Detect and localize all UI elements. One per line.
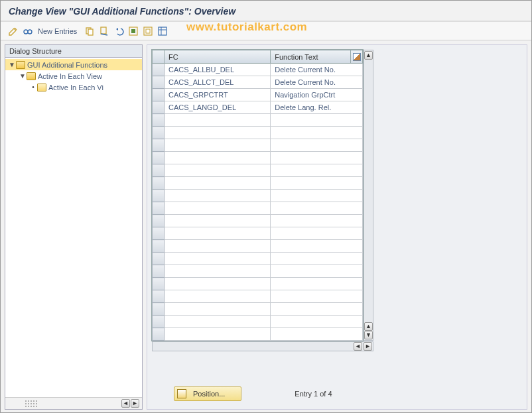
cell-ftext[interactable]: .	[271, 114, 363, 127]
cell-fc[interactable]: .	[165, 139, 271, 152]
cell-ftext[interactable]: .	[271, 127, 363, 139]
cell-ftext[interactable]: .	[271, 316, 363, 328]
tree-item[interactable]: ▼Active In Each View	[5, 70, 142, 82]
row-selector-header[interactable]	[153, 50, 165, 64]
table-row[interactable]: ..	[153, 278, 363, 290]
cell-ftext[interactable]: .	[271, 177, 363, 190]
cell-fc[interactable]: .	[165, 240, 271, 253]
table-config-icon[interactable]	[351, 50, 363, 64]
cell-fc[interactable]: .	[165, 202, 271, 215]
cell-ftext[interactable]: .	[271, 152, 363, 164]
row-selector[interactable]	[153, 164, 165, 177]
table-row[interactable]: CACS_LANGD_DELDelete Lang. Rel.	[153, 101, 363, 114]
cell-fc[interactable]: .	[165, 328, 271, 341]
table-row[interactable]: ..	[153, 139, 363, 152]
cell-fc[interactable]: .	[165, 303, 271, 316]
table-row[interactable]: ..	[153, 253, 363, 265]
tree-toggle-icon[interactable]: ▼	[19, 72, 27, 80]
copy-icon[interactable]	[84, 25, 96, 37]
cell-ftext[interactable]: .	[271, 139, 363, 152]
cell-fc[interactable]: .	[165, 227, 271, 240]
row-selector[interactable]	[153, 227, 165, 240]
cell-ftext[interactable]: .	[271, 240, 363, 253]
table-row[interactable]: ..	[153, 202, 363, 215]
select-all-icon[interactable]	[127, 25, 139, 37]
row-selector[interactable]	[153, 64, 165, 76]
row-selector[interactable]	[153, 76, 165, 89]
cell-ftext[interactable]: .	[271, 278, 363, 290]
row-selector[interactable]	[153, 328, 165, 341]
table-row[interactable]: ..	[153, 190, 363, 202]
scroll-down-icon[interactable]: ▼	[364, 331, 373, 339]
cell-ftext[interactable]: .	[271, 215, 363, 227]
cell-fc[interactable]: .	[165, 164, 271, 177]
scroll-left-icon[interactable]: ◄	[121, 399, 130, 408]
tree-toggle-icon[interactable]: ▼	[8, 61, 16, 68]
resize-grip-icon[interactable]	[25, 400, 45, 407]
row-selector[interactable]	[153, 139, 165, 152]
cell-fc[interactable]: .	[165, 290, 271, 303]
cell-ftext[interactable]: .	[271, 202, 363, 215]
cell-fc[interactable]: CACS_LANGD_DEL	[165, 101, 271, 114]
hscroll-right-icon[interactable]: ►	[364, 342, 372, 351]
cell-fc[interactable]: .	[165, 114, 271, 127]
table-row[interactable]: ..	[153, 265, 363, 278]
cell-ftext[interactable]: .	[271, 328, 363, 341]
row-selector[interactable]	[153, 278, 165, 290]
tree-toggle-icon[interactable]: •	[29, 84, 37, 91]
table-hscroll[interactable]: ◄ ►	[152, 341, 373, 351]
row-selector[interactable]	[153, 101, 165, 114]
column-header-fc[interactable]: FC	[165, 50, 271, 64]
row-selector[interactable]	[153, 316, 165, 328]
cell-ftext[interactable]: Navigation GrpCtrt	[271, 89, 363, 101]
tree-hscroll[interactable]: ◄ ►	[121, 399, 139, 408]
new-entries-button[interactable]: New Entries	[38, 27, 77, 35]
glasses-icon[interactable]	[22, 25, 34, 37]
cell-ftext[interactable]: .	[271, 190, 363, 202]
cell-ftext[interactable]: Delete Current No.	[271, 76, 363, 89]
table-vscroll[interactable]: ▲ ▲ ▼	[364, 50, 373, 341]
cell-ftext[interactable]: .	[271, 227, 363, 240]
row-selector[interactable]	[153, 303, 165, 316]
table-row[interactable]: ..	[153, 215, 363, 227]
cell-ftext[interactable]: .	[271, 164, 363, 177]
table-row[interactable]: ..	[153, 164, 363, 177]
cell-fc[interactable]: .	[165, 190, 271, 202]
cell-fc[interactable]: .	[165, 127, 271, 139]
scroll-up2-icon[interactable]: ▲	[364, 322, 373, 331]
deselect-all-icon[interactable]	[142, 25, 154, 37]
cell-fc[interactable]: CACS_GRPCTRT	[165, 89, 271, 101]
table-row[interactable]: ..	[153, 152, 363, 164]
table-row[interactable]: CACS_ALLBU_DELDelete Current No.	[153, 64, 363, 76]
table-row[interactable]: ..	[153, 328, 363, 341]
table-row[interactable]: ..	[153, 240, 363, 253]
row-selector[interactable]	[153, 240, 165, 253]
hscroll-left-icon[interactable]: ◄	[354, 342, 362, 351]
row-selector[interactable]	[153, 127, 165, 139]
table-row[interactable]: ..	[153, 127, 363, 139]
cell-fc[interactable]: .	[165, 215, 271, 227]
cell-ftext[interactable]: Delete Lang. Rel.	[271, 101, 363, 114]
cell-fc[interactable]: .	[165, 265, 271, 278]
undo-icon[interactable]	[113, 25, 125, 37]
row-selector[interactable]	[153, 265, 165, 278]
cell-fc[interactable]: .	[165, 278, 271, 290]
tree-item[interactable]: ▼GUI Additional Functions	[5, 59, 142, 70]
row-selector[interactable]	[153, 114, 165, 127]
row-selector[interactable]	[153, 215, 165, 227]
cell-fc[interactable]: .	[165, 152, 271, 164]
row-selector[interactable]	[153, 202, 165, 215]
table-row[interactable]: ..	[153, 177, 363, 190]
table-row[interactable]: ..	[153, 290, 363, 303]
cell-ftext[interactable]: .	[271, 303, 363, 316]
scroll-up-icon[interactable]: ▲	[364, 51, 373, 60]
scroll-right-icon[interactable]: ►	[131, 399, 139, 408]
row-selector[interactable]	[153, 253, 165, 265]
toggle-display-change-icon[interactable]	[7, 25, 19, 37]
cell-ftext[interactable]: .	[271, 265, 363, 278]
cell-fc[interactable]: .	[165, 316, 271, 328]
cell-fc[interactable]: .	[165, 177, 271, 190]
row-selector[interactable]	[153, 290, 165, 303]
row-selector[interactable]	[153, 190, 165, 202]
delete-icon[interactable]	[98, 25, 110, 37]
